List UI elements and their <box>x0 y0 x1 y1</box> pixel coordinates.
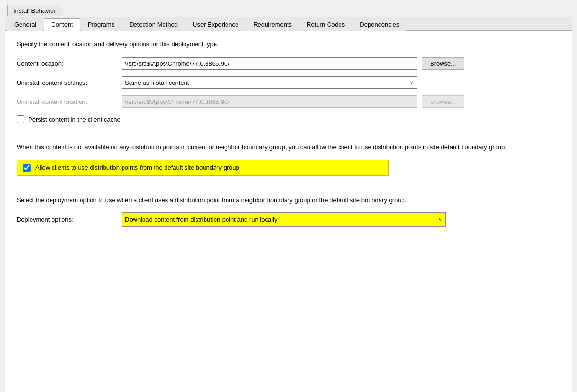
uninstall-settings-row: Uninstall content settings: Same as inst… <box>17 76 560 89</box>
tab-user-experience[interactable]: User Experience <box>185 18 246 31</box>
divider-2 <box>17 186 560 186</box>
uninstall-location-row: Uninstall content location: Browse... <box>17 95 560 108</box>
tab-dependencies[interactable]: Dependencies <box>352 18 406 31</box>
tab-programs[interactable]: Programs <box>81 18 122 31</box>
persist-content-row: Persist content in the client cache <box>17 115 560 123</box>
tab-return-codes[interactable]: Return Codes <box>299 18 352 31</box>
uninstall-settings-select-wrapper: Same as install content No content Diffe… <box>122 76 417 89</box>
tab-bar: General Content Programs Detection Metho… <box>5 17 572 31</box>
deployment-options-select-wrapper: Download content from distribution point… <box>122 212 446 227</box>
content-area: Specify the content location and deliver… <box>5 31 572 392</box>
deployment-options-row: Deployment options: Download content fro… <box>17 212 560 227</box>
deployment-options-label: Deployment options: <box>17 216 122 223</box>
tab-requirements[interactable]: Requirements <box>246 18 299 31</box>
tab-content[interactable]: Content <box>44 18 80 31</box>
persist-content-label[interactable]: Persist content in the client cache <box>28 116 121 123</box>
uninstall-settings-label: Uninstall content settings: <box>17 79 122 86</box>
persist-content-checkbox[interactable] <box>17 115 24 123</box>
uninstall-location-input <box>122 95 417 108</box>
uninstall-browse-button: Browse... <box>422 95 464 108</box>
uninstall-location-label: Uninstall content location: <box>17 98 122 105</box>
allow-clients-checkbox[interactable] <box>23 164 31 172</box>
content-location-label: Content location: <box>17 60 122 67</box>
allow-clients-row: Allow clients to use distribution points… <box>17 160 389 176</box>
tab-general[interactable]: General <box>7 18 43 31</box>
content-location-row: Content location: Browse... <box>17 57 560 70</box>
allow-clients-label[interactable]: Allow clients to use distribution points… <box>35 164 239 171</box>
content-description: Specify the content location and deliver… <box>17 41 560 48</box>
tab-detection-method[interactable]: Detection Method <box>122 18 185 31</box>
uninstall-settings-select[interactable]: Same as install content No content Diffe… <box>122 76 417 89</box>
install-behavior-label: Install Behavior <box>7 5 62 16</box>
content-location-input[interactable] <box>122 57 417 70</box>
deployment-options-select[interactable]: Download content from distribution point… <box>122 212 446 227</box>
content-browse-button[interactable]: Browse... <box>422 57 464 70</box>
divider-1 <box>17 133 560 133</box>
outer-window: Install Behavior General Content Program… <box>0 0 577 392</box>
section3-description: Select the deployment option to use when… <box>17 196 560 205</box>
section2-description: When this content is not available on an… <box>17 143 560 152</box>
